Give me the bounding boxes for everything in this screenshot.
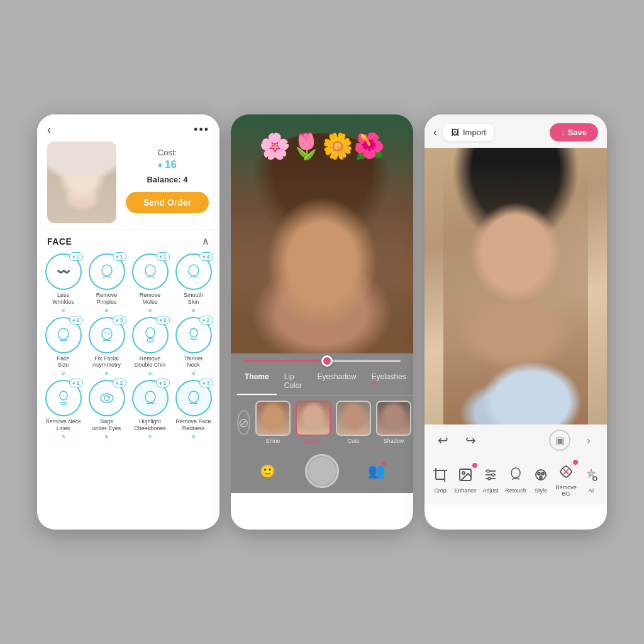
makeup-photo-area: 🌸🌷🌼🌺 — [231, 114, 413, 353]
face-item-circle[interactable]: ♦1 — [45, 380, 82, 416]
slider-thumb[interactable] — [321, 355, 333, 367]
item-sub[interactable]: ⊕ — [61, 370, 65, 376]
cost-badge: ♦1 — [113, 252, 126, 261]
item-sub[interactable]: ⊕ — [148, 308, 152, 313]
svg-point-6 — [146, 328, 155, 338]
face-svg-icon — [57, 390, 70, 406]
swatch-cute[interactable] — [336, 401, 371, 436]
face-item-circle[interactable]: ♦2 — [132, 317, 169, 353]
phone-3: ‹ 🖼 Import ↓ Save ↩ ↪ ▣ › — [425, 114, 607, 530]
item-label: RemovePimples — [96, 292, 118, 306]
svg-point-29 — [488, 477, 491, 480]
tool-label: Enhance — [454, 487, 477, 494]
compare-toggle-button[interactable]: ▣ — [549, 430, 570, 451]
list-item: ♦4 SmoothSkin ⊕ — [174, 253, 213, 313]
item-sub[interactable]: ⊕ — [104, 370, 109, 376]
item-sub[interactable]: ⊕ — [104, 434, 109, 440]
swatch-shadow[interactable] — [376, 401, 411, 436]
face-item-circle[interactable]: ♦1 — [132, 253, 169, 290]
tool-ai[interactable]: AI — [579, 464, 603, 494]
item-sub[interactable]: ⊕ — [191, 308, 196, 313]
cost-badge: ♦2 — [69, 252, 83, 261]
tool-enhance[interactable]: Enhance — [453, 464, 477, 494]
face-item-circle[interactable]: ♦2 — [45, 317, 82, 353]
svg-point-28 — [492, 474, 494, 476]
tool-remove-bg[interactable]: Remove BG — [554, 461, 578, 497]
tool-crop[interactable]: Crop — [428, 464, 452, 494]
svg-point-9 — [60, 391, 67, 400]
face-item-circle[interactable]: ♦3 — [175, 380, 212, 416]
order-info: Cost: ♦ 16 Balance: 4 Send Order — [125, 142, 209, 213]
face-item-circle[interactable]: ♦2 — [89, 380, 125, 416]
cost-label: Cost: — [158, 148, 177, 157]
back-button[interactable]: ‹ — [433, 126, 437, 139]
tab-eyelashes[interactable]: Eyelashes — [364, 367, 413, 395]
back-button[interactable]: ‹ — [47, 123, 51, 136]
list-item: ♦2 RemoveDouble Chin ⊕ — [130, 317, 170, 377]
no-effect-button[interactable]: ⊘ — [237, 410, 250, 435]
svg-rect-17 — [436, 470, 445, 479]
list-item: ♦2 Bagsunder Eyes ⊕ — [87, 380, 126, 440]
list-item: ♦3 Remove FaceRedness ⊕ — [174, 380, 213, 440]
svg-point-0 — [102, 265, 112, 276]
face-item-circle[interactable]: ♦1 — [132, 380, 169, 416]
tool-label: Remove BG — [554, 484, 578, 497]
face-svg-icon — [143, 390, 157, 406]
emoji-button[interactable]: 🙂 — [257, 460, 279, 482]
swatch-sugar[interactable] — [296, 401, 331, 436]
person-button[interactable]: 👥 — [365, 460, 387, 482]
save-label: Save — [568, 128, 587, 137]
intensity-slider[interactable] — [243, 360, 401, 362]
tab-eyeshadow[interactable]: Eyeshadow — [309, 367, 364, 395]
redo-button[interactable]: ↪ — [461, 431, 480, 450]
cost-number: 16 — [165, 158, 177, 171]
item-sub[interactable]: ⊕ — [191, 434, 196, 440]
send-order-button[interactable]: Send Order — [126, 192, 209, 213]
tools-toolbar: Crop Enhance — [425, 456, 607, 504]
tool-adjust[interactable]: Adjust — [479, 464, 502, 494]
list-item: ♦1 HighlightCheekbones ⊕ — [130, 380, 170, 440]
tab-lip-color[interactable]: Lip Color — [277, 367, 310, 395]
main-container: ‹ ••• Cost: ♦ 16 Balance: 4 Send Order F… — [25, 102, 619, 542]
section-title: FACE — [47, 236, 72, 247]
enhance-badge — [472, 463, 477, 468]
expand-button[interactable]: › — [579, 431, 598, 450]
save-button[interactable]: ↓ Save — [550, 123, 598, 142]
face-item-circle[interactable]: ♦1 — [89, 253, 125, 290]
cost-badge: ♦2 — [69, 316, 83, 325]
item-sub[interactable]: ⊕ — [61, 434, 65, 440]
list-item: ♦2 FaceSize ⊕ — [43, 317, 83, 377]
shutter-inner — [308, 457, 336, 485]
diamond-icon: ♦ — [158, 160, 162, 170]
item-sub[interactable]: ⊕ — [104, 308, 109, 313]
more-button[interactable]: ••• — [194, 123, 209, 136]
undo-button[interactable]: ↩ — [433, 431, 452, 450]
svg-point-34 — [540, 476, 542, 479]
swatch-shine[interactable] — [255, 401, 291, 436]
swatch-label: Sugar... — [303, 438, 324, 444]
tool-style[interactable]: Style — [529, 464, 553, 494]
face-svg-icon — [187, 264, 201, 280]
shutter-button[interactable] — [305, 454, 339, 488]
chevron-icon[interactable]: ∧ — [202, 235, 209, 247]
item-sub[interactable]: ⊕ — [191, 370, 196, 376]
ai-icon — [580, 464, 602, 486]
face-item-circle[interactable]: 〰️ ♦2 — [45, 253, 82, 290]
list-item: ♦2 ThinnerNeck ⊕ — [174, 317, 213, 377]
svg-line-5 — [104, 332, 109, 335]
face-item-circle[interactable]: ♦4 — [175, 253, 212, 290]
item-sub[interactable]: ⊕ — [148, 370, 152, 376]
item-sub[interactable]: ⊕ — [61, 308, 65, 313]
item-label: Fix FacialAsymmetry — [92, 355, 121, 369]
svg-point-7 — [147, 338, 153, 342]
import-button[interactable]: 🖼 Import — [443, 124, 494, 141]
face-item-circle[interactable]: ♦2 — [175, 317, 212, 353]
tool-retouch[interactable]: Retouch — [504, 464, 528, 494]
action-bar: ↩ ↪ ▣ › — [425, 425, 607, 456]
svg-point-15 — [145, 391, 155, 402]
face-overlay — [231, 152, 413, 353]
phone1-content: Cost: ♦ 16 Balance: 4 Send Order — [37, 142, 219, 230]
face-item-circle[interactable]: ♦3 — [89, 317, 125, 353]
item-sub[interactable]: ⊕ — [148, 434, 152, 440]
tab-theme[interactable]: Theme — [237, 367, 277, 395]
